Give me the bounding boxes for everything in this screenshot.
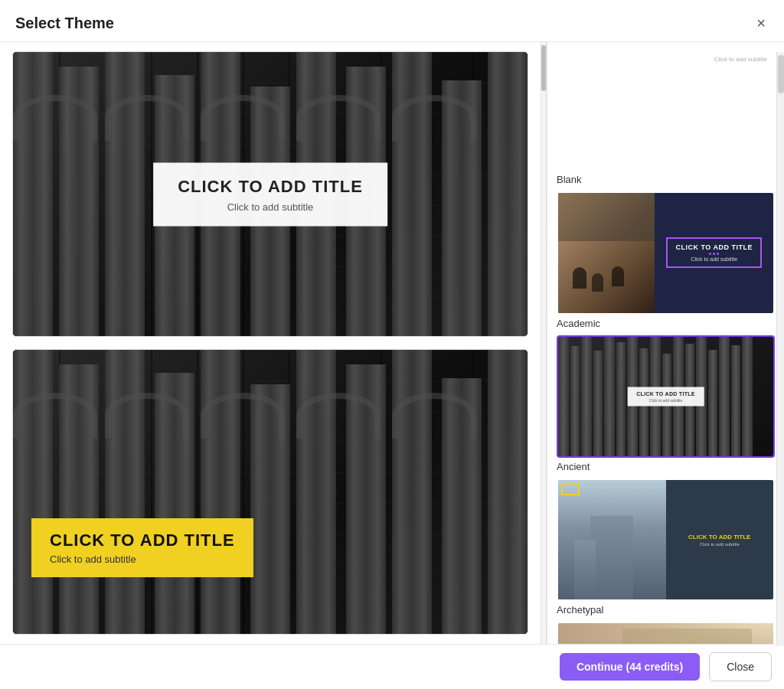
archetypal-subtitle: Click to add subtitle bbox=[688, 542, 750, 547]
slide1-title: CLICK TO ADD TITLE bbox=[178, 176, 363, 196]
theme-thumbnail-last[interactable] bbox=[557, 622, 775, 644]
theme-list: Click to add subtitle Blank bbox=[547, 42, 784, 644]
dialog-footer: Continue (44 credits) Close bbox=[0, 644, 784, 689]
continue-button[interactable]: Continue (44 credits) bbox=[560, 653, 700, 681]
slide1-subtitle: Click to add subtitle bbox=[178, 201, 363, 212]
close-button[interactable]: Close bbox=[709, 652, 772, 681]
close-icon-button[interactable]: × bbox=[753, 12, 769, 34]
theme-name-academic: Academic bbox=[557, 318, 775, 329]
preview-panel: CLICK TO ADD TITLE Click to add subtitle bbox=[0, 42, 541, 644]
ancient-mini-title: CLICK TO ADD TITLE bbox=[636, 390, 695, 396]
dialog-title: Select Theme bbox=[15, 15, 114, 32]
theme-thumbnail-ancient[interactable]: CLICK TO ADD TITLE Click to add subtitle bbox=[557, 335, 775, 458]
preview-slide-1[interactable]: CLICK TO ADD TITLE Click to add subtitle bbox=[12, 51, 528, 337]
scrollbar-thumb[interactable] bbox=[541, 45, 546, 91]
slide2-content-box[interactable]: CLICK TO ADD TITLE Click to add subtitle bbox=[31, 518, 253, 577]
archetypal-title: CLICK TO ADD TITLE bbox=[688, 534, 750, 540]
blank-subtitle-hint: Click to add subtitle bbox=[714, 56, 767, 63]
theme-name-ancient: Ancient bbox=[557, 461, 775, 472]
theme-item-blank[interactable]: Click to add subtitle Blank bbox=[557, 48, 775, 185]
slide2-title: CLICK TO ADD TITLE bbox=[50, 531, 235, 550]
theme-name-archetypal: Archetypal bbox=[557, 604, 775, 616]
theme-item-last[interactable] bbox=[557, 622, 775, 644]
archetypal-content: CLICK TO ADD TITLE Click to add subtitle bbox=[688, 534, 750, 547]
preview-scrollbar[interactable] bbox=[541, 42, 547, 644]
theme-panel: Click to add subtitle Blank bbox=[547, 42, 784, 644]
academic-subtitle: Click to add subtitle bbox=[675, 256, 753, 262]
academic-dots bbox=[675, 253, 753, 255]
theme-thumbnail-academic[interactable]: CLICK TO ADD TITLE Click to add subtitle bbox=[557, 191, 775, 314]
theme-scrollbar-thumb[interactable] bbox=[778, 55, 784, 93]
academic-title: CLICK TO ADD TITLE bbox=[675, 243, 753, 251]
dialog-body: CLICK TO ADD TITLE Click to add subtitle bbox=[0, 42, 784, 644]
dialog-header: Select Theme × bbox=[0, 0, 784, 42]
slide1-content-box[interactable]: CLICK TO ADD TITLE Click to add subtitle bbox=[153, 162, 387, 226]
theme-item-archetypal[interactable]: CLICK TO ADD TITLE Click to add subtitle… bbox=[557, 478, 775, 616]
slide2-subtitle: Click to add subtitle bbox=[50, 553, 235, 565]
preview-slide-2[interactable]: CLICK TO ADD TITLE Click to add subtitle bbox=[12, 349, 528, 635]
theme-thumbnail-archetypal[interactable]: CLICK TO ADD TITLE Click to add subtitle bbox=[557, 478, 775, 601]
theme-item-ancient[interactable]: CLICK TO ADD TITLE Click to add subtitle… bbox=[557, 335, 775, 472]
theme-thumbnail-blank[interactable]: Click to add subtitle bbox=[557, 48, 775, 171]
theme-list-scrollbar[interactable] bbox=[776, 52, 784, 644]
ancient-mini-content: CLICK TO ADD TITLE Click to add subtitle bbox=[627, 387, 704, 406]
theme-item-academic[interactable]: CLICK TO ADD TITLE Click to add subtitle… bbox=[557, 191, 775, 328]
academic-content-box: CLICK TO ADD TITLE Click to add subtitle bbox=[666, 237, 762, 268]
ancient-mini-subtitle: Click to add subtitle bbox=[636, 397, 695, 402]
theme-name-blank: Blank bbox=[557, 174, 775, 185]
select-theme-dialog: Select Theme × bbox=[0, 0, 784, 689]
